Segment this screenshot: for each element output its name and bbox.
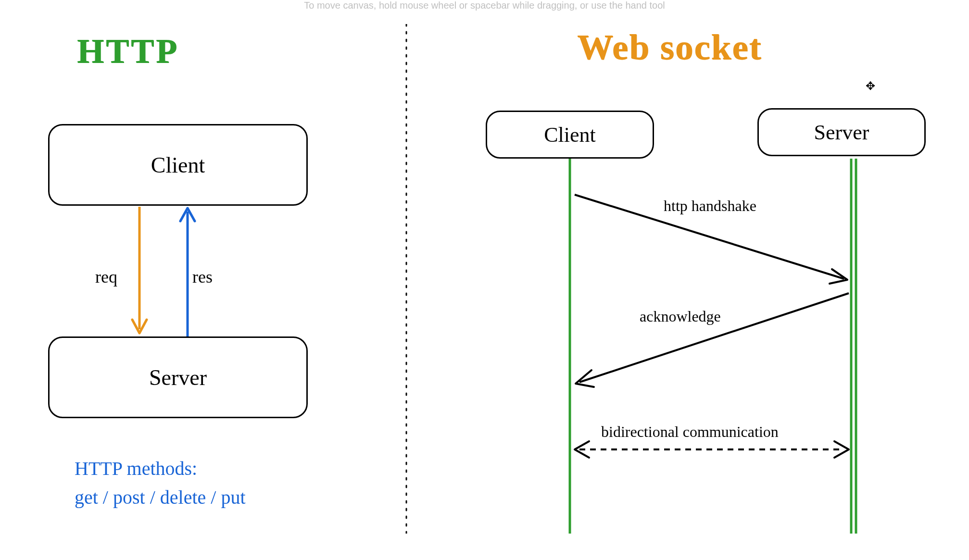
svg-line-7 [579, 293, 849, 382]
vertical-divider [404, 24, 409, 534]
ws-server-box: Server [757, 108, 926, 156]
http-methods-heading: HTTP methods: [75, 454, 246, 483]
diagram-canvas[interactable]: To move canvas, hold mouse wheel or spac… [0, 0, 969, 560]
websocket-title: Web socket [577, 26, 762, 68]
ws-ack-label: acknowledge [640, 308, 721, 325]
ws-client-label: Client [544, 123, 596, 147]
http-title: HTTP [77, 31, 179, 71]
ws-handshake-label: http handshake [664, 197, 756, 215]
http-client-box: Client [48, 124, 308, 206]
http-res-label: res [192, 267, 213, 287]
http-server-label: Server [149, 365, 207, 390]
canvas-hint: To move canvas, hold mouse wheel or spac… [304, 0, 665, 11]
http-methods-text: HTTP methods: get / post / delete / put [75, 454, 246, 512]
http-methods-list: get / post / delete / put [75, 483, 246, 512]
ws-bidir-label: bidirectional communication [601, 423, 779, 441]
ws-client-box: Client [486, 111, 654, 159]
http-server-box: Server [48, 336, 308, 418]
http-client-label: Client [151, 152, 205, 178]
ws-server-label: Server [814, 120, 869, 145]
move-cursor-icon: ✥ [866, 79, 875, 93]
http-req-label: req [95, 267, 117, 287]
